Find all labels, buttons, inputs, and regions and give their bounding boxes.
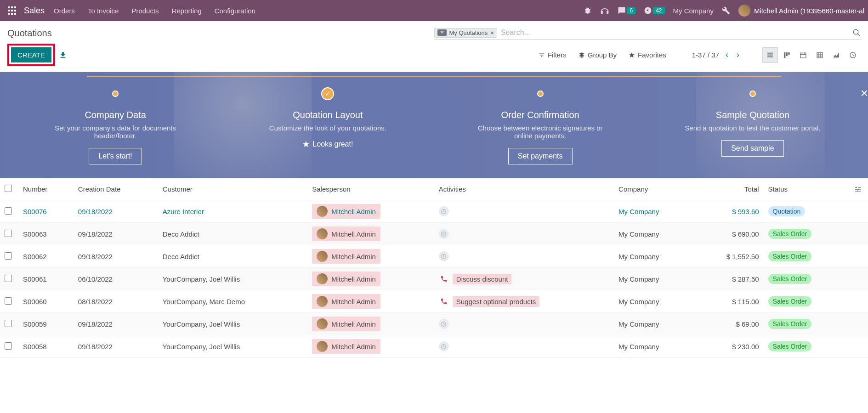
view-calendar-icon[interactable] — [795, 47, 811, 63]
cell-number[interactable]: S00060 — [18, 290, 74, 313]
cell-salesperson[interactable]: Mitchell Admin — [307, 223, 434, 245]
app-title[interactable]: Sales — [24, 6, 45, 16]
nav-to-invoice[interactable]: To Invoice — [88, 7, 119, 15]
import-button[interactable] — [59, 51, 67, 59]
cell-activities[interactable] — [434, 200, 614, 223]
col-company[interactable]: Company — [614, 178, 695, 200]
cell-salesperson[interactable]: Mitchell Admin — [307, 245, 434, 268]
step-action-button[interactable]: Send sample — [721, 140, 783, 157]
cell-salesperson[interactable]: Mitchell Admin — [307, 200, 434, 223]
cell-number[interactable]: S00059 — [18, 313, 74, 335]
table-row[interactable]: S0005909/18/2022YourCompany, Joel Willis… — [0, 313, 868, 335]
filter-chip-my-quotations[interactable]: My Quotations × — [434, 28, 497, 38]
nav-products[interactable]: Products — [131, 7, 159, 15]
cell-number[interactable]: S00063 — [18, 223, 74, 245]
cell-salesperson[interactable]: Mitchell Admin — [307, 313, 434, 335]
cell-number[interactable]: S00076 — [18, 200, 74, 223]
cell-customer[interactable]: Deco Addict — [158, 245, 308, 268]
columns-settings-icon[interactable] — [854, 186, 863, 193]
phone-icon[interactable] — [439, 274, 449, 284]
company-selector[interactable]: My Company — [673, 7, 714, 15]
view-activity-icon[interactable] — [845, 47, 861, 63]
activity-text[interactable]: Discuss discount — [453, 274, 512, 284]
col-date[interactable]: Creation Date — [74, 178, 158, 200]
table-row[interactable]: S0005809/18/2022YourCompany, Joel Willis… — [0, 335, 868, 358]
user-menu[interactable]: Mitchell Admin (19395660-master-al — [738, 5, 864, 17]
cell-customer[interactable]: YourCompany, Joel Willis — [158, 313, 308, 335]
step-action-button[interactable]: Set payments — [508, 148, 573, 164]
cell-activities[interactable] — [434, 335, 614, 358]
close-onboarding-icon[interactable]: × — [861, 86, 868, 101]
cell-activities[interactable] — [434, 223, 614, 245]
row-checkbox[interactable] — [5, 230, 12, 237]
clock-icon[interactable] — [439, 229, 449, 239]
search-input[interactable] — [497, 27, 852, 39]
col-total[interactable]: Total — [695, 178, 764, 200]
debug-icon[interactable] — [584, 6, 592, 15]
cell-salesperson[interactable]: Mitchell Admin — [307, 335, 434, 358]
row-checkbox[interactable] — [5, 297, 12, 305]
cell-customer[interactable]: Azure Interior — [158, 200, 308, 223]
search-bar[interactable]: My Quotations × — [434, 27, 861, 40]
col-activities[interactable]: Activities — [434, 178, 614, 200]
activities-badge: 42 — [653, 7, 664, 14]
table-row[interactable]: S0006008/18/2022YourCompany, Marc DemoMi… — [0, 290, 868, 313]
cell-salesperson[interactable]: Mitchell Admin — [307, 268, 434, 290]
cell-number[interactable]: S00061 — [18, 268, 74, 290]
apps-menu-icon[interactable] — [4, 6, 20, 15]
cell-activities[interactable]: Suggest optional products — [434, 290, 614, 313]
view-list-icon[interactable] — [762, 47, 778, 63]
row-checkbox[interactable] — [5, 275, 12, 282]
view-graph-icon[interactable] — [828, 47, 844, 63]
clock-icon[interactable] — [439, 341, 449, 351]
row-checkbox[interactable] — [5, 252, 12, 260]
view-pivot-icon[interactable] — [812, 47, 828, 63]
debug-tools-icon[interactable] — [722, 6, 730, 15]
clock-icon[interactable] — [439, 319, 449, 329]
cell-customer[interactable]: YourCompany, Joel Willis — [158, 268, 308, 290]
pager-text[interactable]: 1-37 / 37 — [692, 51, 719, 59]
phone-icon[interactable] — [439, 296, 449, 306]
filter-chip-remove[interactable]: × — [490, 29, 494, 36]
cell-salesperson[interactable]: Mitchell Admin — [307, 290, 434, 313]
row-checkbox[interactable] — [5, 342, 12, 350]
table-row[interactable]: S0006106/10/2022YourCompany, Joel Willis… — [0, 268, 868, 290]
view-kanban-icon[interactable] — [779, 47, 794, 63]
cell-customer[interactable]: YourCompany, Joel Willis — [158, 335, 308, 358]
clock-icon[interactable] — [439, 206, 449, 216]
groupby-dropdown[interactable]: Group By — [579, 51, 617, 59]
col-number[interactable]: Number — [18, 178, 74, 200]
cell-activities[interactable] — [434, 245, 614, 268]
row-checkbox[interactable] — [5, 207, 12, 215]
search-icon[interactable] — [852, 28, 861, 37]
nav-reporting[interactable]: Reporting — [172, 7, 202, 15]
nav-orders[interactable]: Orders — [54, 7, 75, 15]
cell-customer[interactable]: Deco Addict — [158, 223, 308, 245]
cell-activities[interactable] — [434, 313, 614, 335]
create-button[interactable]: CREATE — [11, 47, 51, 62]
table-row[interactable]: S0006209/18/2022Deco AddictMitchell Admi… — [0, 245, 868, 268]
clock-icon[interactable] — [439, 251, 449, 261]
support-icon[interactable] — [600, 6, 609, 15]
table-row[interactable]: S0007609/18/2022Azure InteriorMitchell A… — [0, 200, 868, 223]
step-done-label[interactable]: Looks great! — [221, 140, 434, 148]
pager-prev[interactable]: ‹ — [724, 50, 730, 60]
cell-customer[interactable]: YourCompany, Marc Demo — [158, 290, 308, 313]
step-action-button[interactable]: Let's start! — [89, 148, 142, 164]
col-status[interactable]: Status — [764, 178, 850, 200]
row-checkbox[interactable] — [5, 320, 12, 327]
activity-text[interactable]: Suggest optional products — [453, 296, 539, 307]
cell-number[interactable]: S00058 — [18, 335, 74, 358]
pager-next[interactable]: › — [735, 50, 741, 60]
nav-configuration[interactable]: Configuration — [215, 7, 255, 15]
filters-dropdown[interactable]: Filters — [539, 51, 567, 59]
select-all-checkbox[interactable] — [5, 185, 12, 192]
col-customer[interactable]: Customer — [158, 178, 308, 200]
cell-number[interactable]: S00062 — [18, 245, 74, 268]
activities-icon[interactable]: 42 — [644, 6, 664, 15]
discuss-icon[interactable]: 6 — [618, 6, 635, 15]
col-salesperson[interactable]: Salesperson — [307, 178, 434, 200]
table-row[interactable]: S0006309/18/2022Deco AddictMitchell Admi… — [0, 223, 868, 245]
cell-activities[interactable]: Discuss discount — [434, 268, 614, 290]
favorites-dropdown[interactable]: Favorites — [629, 51, 666, 59]
